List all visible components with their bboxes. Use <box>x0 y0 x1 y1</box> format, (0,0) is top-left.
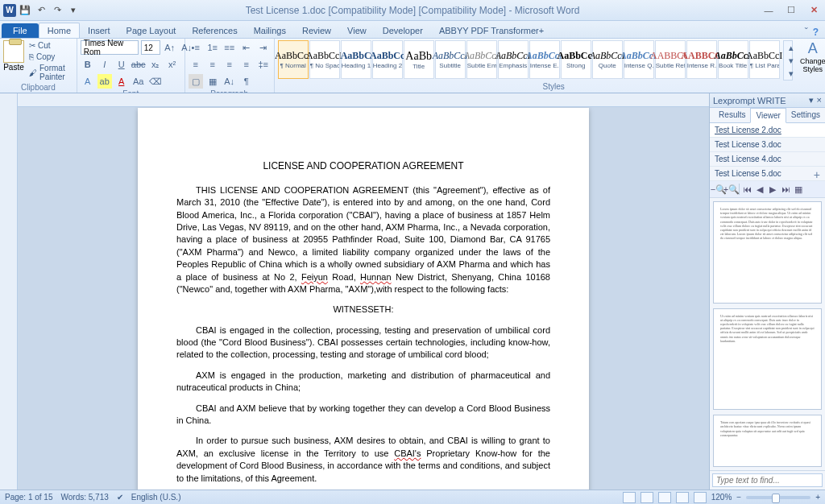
style-quote[interactable]: AaBbCcIQuote <box>592 40 623 79</box>
zoom-slider[interactable] <box>746 496 810 499</box>
style-heading2[interactable]: AaBbCcHeading 2 <box>372 40 403 79</box>
align-right-icon[interactable]: ≡ <box>222 57 237 72</box>
style-nospaci[interactable]: AaBbCcI¶ No Spaci... <box>309 40 340 79</box>
file-item[interactable]: Test License 4.doc <box>710 152 825 167</box>
change-styles-button[interactable]: A Change Styles <box>796 40 825 73</box>
strike-button[interactable]: abc <box>131 57 146 72</box>
font-size-select[interactable]: 12 <box>141 40 160 55</box>
increase-indent-icon[interactable]: ⇥ <box>256 40 271 55</box>
document-page[interactable]: LICENSE AND COOPERATION AGREEMENT THIS L… <box>138 108 589 490</box>
panel-close-icon[interactable]: × <box>817 95 822 105</box>
underline-button[interactable]: U <box>114 57 129 72</box>
tab-pagelayout[interactable]: Page Layout <box>118 23 184 38</box>
bold-button[interactable]: B <box>81 57 95 72</box>
tab-insert[interactable]: Insert <box>80 23 118 38</box>
change-case-icon[interactable]: Aa <box>131 74 146 89</box>
line-spacing-icon[interactable]: ‡≡ <box>256 57 271 72</box>
zoom-out-button[interactable]: − <box>736 493 741 502</box>
maximize-button[interactable]: ☐ <box>780 2 802 19</box>
show-marks-icon[interactable]: ¶ <box>239 74 254 89</box>
style-strong[interactable]: AaBbCc.Strong <box>561 40 591 79</box>
thumb-2[interactable]: Ut enim ad minim veniam quis nostrud exe… <box>713 308 822 411</box>
tool-first-icon[interactable]: ⏮ <box>741 184 752 195</box>
view-draft-icon[interactable] <box>694 492 707 503</box>
close-button[interactable]: ✕ <box>802 2 825 19</box>
file-item[interactable]: Test License 2.doc <box>710 123 825 138</box>
panel-search-input[interactable] <box>712 473 823 487</box>
zoom-in-button[interactable]: + <box>815 493 820 502</box>
save-icon[interactable]: 💾 <box>18 3 32 18</box>
panel-tab-viewer[interactable]: Viewer <box>750 108 786 123</box>
tool-next-icon[interactable]: ▶ <box>767 184 778 195</box>
view-print-layout-icon[interactable] <box>623 492 636 503</box>
tab-developer[interactable]: Developer <box>375 23 431 38</box>
status-proof-icon[interactable]: ✔ <box>117 493 123 502</box>
clear-format-icon[interactable]: ⌫ <box>148 74 163 89</box>
style-normal[interactable]: AaBbCcI¶ Normal <box>278 40 309 79</box>
subscript-button[interactable]: x₂ <box>148 57 163 72</box>
borders-icon[interactable]: ▦ <box>205 74 220 89</box>
tab-abbyy[interactable]: ABBYY PDF Transformer+ <box>431 23 552 38</box>
cut-button[interactable]: ✂Cut <box>27 40 73 51</box>
panel-thumbs[interactable]: Lorem ipsum dolor sit amet consectetur a… <box>710 198 825 470</box>
tab-home[interactable]: Home <box>39 23 80 38</box>
add-file-icon[interactable]: + <box>814 168 820 181</box>
style-intensee[interactable]: AaBbCcIIntense E... <box>529 40 560 79</box>
style-heading1[interactable]: AaBbCHeading 1 <box>341 40 371 79</box>
undo-icon[interactable]: ↶ <box>34 3 48 18</box>
ribbon-minimize-icon[interactable]: ˇ <box>805 27 808 38</box>
tab-review[interactable]: Review <box>294 23 339 38</box>
panel-tab-settings[interactable]: Settings <box>786 108 825 122</box>
tool-zoom-in-icon[interactable]: +🔍 <box>726 184 737 195</box>
style-booktitle[interactable]: AaBbCcIBook Title <box>718 40 748 79</box>
panel-tab-results[interactable]: Results <box>714 108 750 122</box>
justify-icon[interactable]: ≡ <box>239 57 254 72</box>
style-listpara[interactable]: AaBbCcI¶ List Para... <box>749 40 780 79</box>
view-full-screen-icon[interactable] <box>641 492 653 503</box>
align-left-icon[interactable]: ≡ <box>189 57 203 72</box>
font-name-select[interactable]: Times New Rom <box>81 40 139 55</box>
tab-references[interactable]: References <box>184 23 245 38</box>
sort-icon[interactable]: A↓ <box>222 74 237 89</box>
superscript-button[interactable]: x² <box>165 57 180 72</box>
tab-file[interactable]: File <box>2 23 39 38</box>
format-painter-button[interactable]: 🖌Format Painter <box>27 63 73 82</box>
shading-icon[interactable]: ▢ <box>189 74 203 89</box>
paste-button[interactable]: Paste <box>3 40 24 72</box>
text-effects-icon[interactable]: A <box>81 74 95 89</box>
tab-view[interactable]: View <box>339 23 375 38</box>
file-item[interactable]: Test License 5.doc+ <box>710 167 825 181</box>
qat-custom-icon[interactable]: ▾ <box>66 3 81 18</box>
help-icon[interactable]: ? <box>813 27 819 38</box>
tool-last-icon[interactable]: ⏭ <box>780 184 791 195</box>
redo-icon[interactable]: ↷ <box>50 3 64 18</box>
thumb-1[interactable]: Lorem ipsum dolor sit amet consectetur a… <box>713 201 822 304</box>
style-subtitle[interactable]: AaBbCcISubtitle <box>435 40 466 79</box>
minimize-button[interactable]: — <box>757 2 780 19</box>
styles-gallery[interactable]: AaBbCcI¶ NormalAaBbCcI¶ No Spaci...AaBbC… <box>278 40 780 79</box>
status-words[interactable]: Words: 5,713 <box>61 493 109 502</box>
status-language[interactable]: English (U.S.) <box>131 493 181 502</box>
style-emphasis[interactable]: AaBbCcIEmphasis <box>498 40 529 79</box>
status-page[interactable]: Page: 1 of 15 <box>5 493 53 502</box>
decrease-indent-icon[interactable]: ⇤ <box>239 40 254 55</box>
align-center-icon[interactable]: ≡ <box>205 57 220 72</box>
status-zoom[interactable]: 120% <box>711 493 732 502</box>
grow-font-icon[interactable]: A↑ <box>163 40 177 55</box>
file-item[interactable]: Test License 3.doc <box>710 138 825 152</box>
font-color-icon[interactable]: A <box>114 74 129 89</box>
panel-dropdown-icon[interactable]: ▾ <box>809 95 814 105</box>
multilevel-icon[interactable]: ≡≡ <box>222 40 237 55</box>
document-area[interactable]: LICENSE AND COOPERATION AGREEMENT THIS L… <box>18 93 709 490</box>
bullets-icon[interactable]: •≡ <box>189 40 203 55</box>
style-subtleem[interactable]: AaBbCcISubtle Em... <box>466 40 497 79</box>
tool-prev-icon[interactable]: ◀ <box>754 184 765 195</box>
copy-button[interactable]: ⎘Copy <box>27 52 73 62</box>
view-outline-icon[interactable] <box>676 492 689 503</box>
thumb-3[interactable]: Totam rem aperiam eaque ipsa quae ab ill… <box>713 415 822 467</box>
style-title[interactable]: AaBbTitle <box>404 40 434 79</box>
tab-mailings[interactable]: Mailings <box>246 23 294 38</box>
style-intenseq[interactable]: AaBbCcIIntense Q... <box>624 40 654 79</box>
view-web-layout-icon[interactable] <box>658 492 671 503</box>
highlight-icon[interactable]: ab <box>97 74 112 89</box>
